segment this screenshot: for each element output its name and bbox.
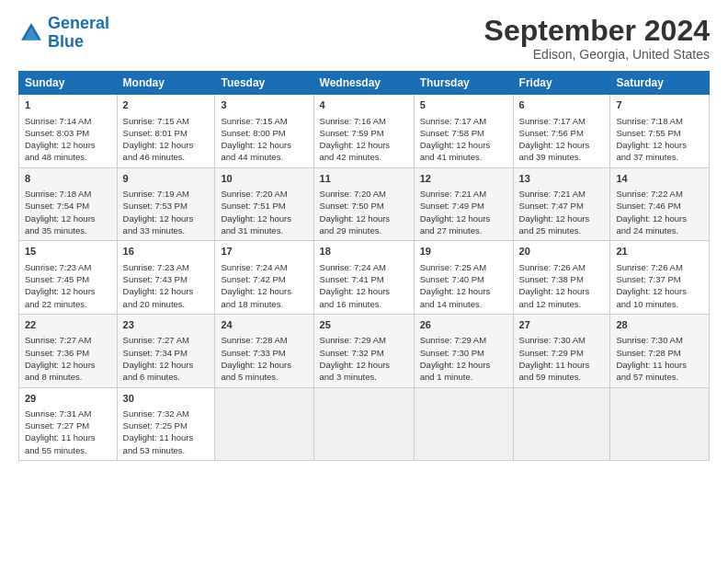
day-number: 16 — [123, 245, 210, 259]
day-info: Sunrise: 7:19 AM — [123, 188, 210, 200]
day-info: and 44 minutes. — [221, 151, 307, 163]
day-info: and 22 minutes. — [25, 298, 111, 310]
day-info: Daylight: 12 hours — [320, 359, 408, 371]
day-number: 15 — [25, 245, 111, 259]
day-info: Sunset: 7:34 PM — [123, 347, 210, 359]
day-info: and 37 minutes. — [616, 151, 703, 163]
day-info: and 41 minutes. — [420, 151, 507, 163]
day-info: Sunrise: 7:27 AM — [123, 334, 210, 346]
day-info: and 57 minutes. — [616, 371, 703, 383]
column-header-thursday: Thursday — [414, 72, 513, 95]
day-info: Sunrise: 7:20 AM — [221, 188, 307, 200]
day-number: 17 — [221, 245, 307, 259]
day-info: Sunset: 7:47 PM — [519, 200, 605, 212]
day-number: 8 — [25, 172, 111, 186]
day-info: Sunrise: 7:29 AM — [420, 334, 507, 346]
calendar-cell: 22Sunrise: 7:27 AMSunset: 7:36 PMDayligh… — [19, 314, 118, 387]
day-info: Daylight: 12 hours — [320, 213, 408, 224]
day-number: 29 — [25, 392, 111, 406]
day-info: and 24 minutes. — [616, 224, 703, 236]
day-number: 27 — [519, 318, 605, 332]
day-number: 7 — [616, 98, 703, 112]
day-info: Sunrise: 7:24 AM — [221, 261, 307, 273]
day-info: Sunrise: 7:32 AM — [123, 408, 210, 419]
day-info: Daylight: 12 hours — [519, 139, 605, 151]
day-info: Sunrise: 7:24 AM — [320, 261, 408, 273]
day-info: Daylight: 12 hours — [123, 285, 210, 297]
day-info: and 12 minutes. — [519, 298, 605, 310]
day-info: Sunset: 7:46 PM — [616, 200, 703, 212]
day-info: Daylight: 12 hours — [221, 285, 307, 297]
day-info: and 1 minute. — [420, 371, 507, 383]
day-info: Daylight: 12 hours — [420, 359, 507, 371]
calendar-cell: 15Sunrise: 7:23 AMSunset: 7:45 PMDayligh… — [19, 241, 118, 315]
day-info: Daylight: 12 hours — [616, 285, 703, 297]
calendar-cell — [215, 387, 313, 461]
logo-icon — [18, 20, 44, 46]
day-info: Sunset: 7:42 PM — [221, 273, 307, 285]
day-info: Daylight: 12 hours — [420, 213, 507, 224]
calendar-cell: 30Sunrise: 7:32 AMSunset: 7:25 PMDayligh… — [117, 387, 215, 461]
day-info: and 5 minutes. — [221, 371, 307, 383]
day-info: Sunrise: 7:22 AM — [616, 188, 703, 200]
day-number: 26 — [420, 318, 507, 332]
day-info: Daylight: 11 hours — [616, 359, 703, 371]
calendar-cell: 5Sunrise: 7:17 AMSunset: 7:58 PMDaylight… — [414, 95, 513, 168]
day-number: 20 — [519, 245, 605, 259]
column-header-saturday: Saturday — [610, 72, 710, 95]
day-info: Daylight: 12 hours — [519, 285, 605, 297]
day-info: and 59 minutes. — [519, 371, 605, 383]
calendar-cell: 20Sunrise: 7:26 AMSunset: 7:38 PMDayligh… — [513, 241, 610, 315]
day-info: Sunset: 7:56 PM — [519, 127, 605, 139]
day-info: Sunrise: 7:26 AM — [519, 261, 605, 273]
day-info: and 10 minutes. — [616, 298, 703, 310]
day-info: Daylight: 11 hours — [25, 431, 111, 443]
calendar-header: SundayMondayTuesdayWednesdayThursdayFrid… — [19, 72, 710, 95]
day-number: 25 — [320, 318, 408, 332]
day-info: Sunrise: 7:30 AM — [519, 334, 605, 346]
calendar-cell: 16Sunrise: 7:23 AMSunset: 7:43 PMDayligh… — [117, 241, 215, 315]
day-info: Sunset: 7:55 PM — [616, 127, 703, 139]
day-info: Daylight: 11 hours — [519, 359, 605, 371]
calendar-cell: 4Sunrise: 7:16 AMSunset: 7:59 PMDaylight… — [313, 95, 414, 168]
page-title: September 2024 — [484, 15, 710, 47]
day-info: Sunset: 7:36 PM — [25, 347, 111, 359]
calendar-week-2: 8Sunrise: 7:18 AMSunset: 7:54 PMDaylight… — [19, 167, 710, 241]
calendar-cell: 25Sunrise: 7:29 AMSunset: 7:32 PMDayligh… — [313, 314, 414, 387]
day-info: and 48 minutes. — [25, 151, 111, 163]
calendar-cell: 11Sunrise: 7:20 AMSunset: 7:50 PMDayligh… — [313, 167, 414, 241]
day-info: Daylight: 12 hours — [616, 139, 703, 151]
day-info: Sunset: 8:00 PM — [221, 127, 307, 139]
day-number: 9 — [123, 172, 210, 186]
day-number: 19 — [420, 245, 507, 259]
day-info: Sunset: 7:27 PM — [25, 419, 111, 431]
day-info: Sunset: 7:32 PM — [320, 347, 408, 359]
calendar-cell: 18Sunrise: 7:24 AMSunset: 7:41 PMDayligh… — [313, 241, 414, 315]
calendar-cell: 13Sunrise: 7:21 AMSunset: 7:47 PMDayligh… — [513, 167, 610, 241]
calendar-cell: 28Sunrise: 7:30 AMSunset: 7:28 PMDayligh… — [610, 314, 710, 387]
calendar-cell: 2Sunrise: 7:15 AMSunset: 8:01 PMDaylight… — [117, 95, 215, 168]
day-number: 5 — [420, 98, 507, 112]
calendar-week-4: 22Sunrise: 7:27 AMSunset: 7:36 PMDayligh… — [19, 314, 710, 387]
day-info: Daylight: 12 hours — [25, 285, 111, 297]
column-header-wednesday: Wednesday — [313, 72, 414, 95]
day-number: 10 — [221, 172, 307, 186]
calendar-cell: 21Sunrise: 7:26 AMSunset: 7:37 PMDayligh… — [610, 241, 710, 315]
calendar-cell: 3Sunrise: 7:15 AMSunset: 8:00 PMDaylight… — [215, 95, 313, 168]
day-info: Sunset: 7:45 PM — [25, 273, 111, 285]
day-number: 18 — [320, 245, 408, 259]
day-info: Sunset: 7:41 PM — [320, 273, 408, 285]
day-info: Sunset: 7:40 PM — [420, 273, 507, 285]
day-info: Daylight: 12 hours — [25, 359, 111, 371]
column-header-sunday: Sunday — [19, 72, 118, 95]
day-info: and 29 minutes. — [320, 224, 408, 236]
day-info: Daylight: 12 hours — [221, 359, 307, 371]
calendar-cell: 6Sunrise: 7:17 AMSunset: 7:56 PMDaylight… — [513, 95, 610, 168]
day-number: 3 — [221, 98, 307, 112]
day-info: Sunrise: 7:21 AM — [420, 188, 507, 200]
day-info: Sunset: 7:59 PM — [320, 127, 408, 139]
day-info: Sunrise: 7:31 AM — [25, 408, 111, 419]
day-info: Sunrise: 7:14 AM — [25, 115, 111, 127]
day-number: 23 — [123, 318, 210, 332]
day-number: 2 — [123, 98, 210, 112]
